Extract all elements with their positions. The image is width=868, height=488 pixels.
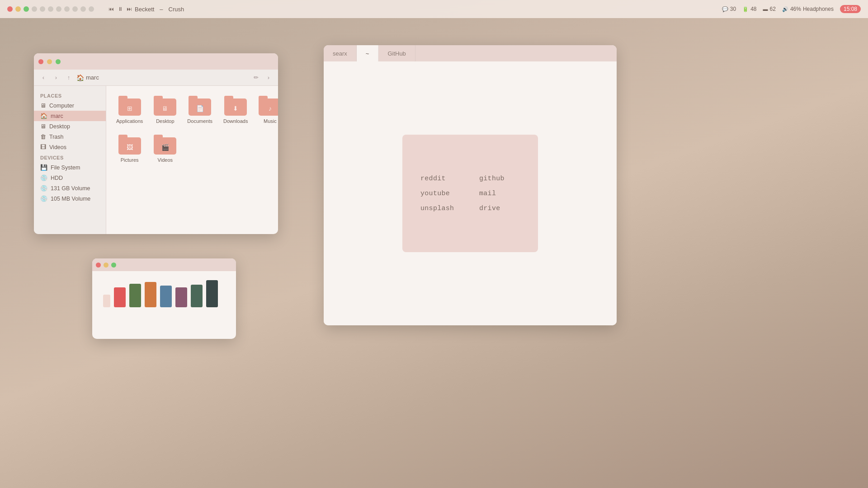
tab-searx[interactable]: searx: [324, 45, 357, 61]
volume-value: 46%: [790, 6, 801, 12]
close-button[interactable]: [38, 59, 43, 64]
downloads-label: Downloads: [223, 118, 248, 124]
sidebar-item-trash[interactable]: 🗑 Trash: [34, 131, 106, 142]
palette-close[interactable]: [96, 263, 101, 267]
messages-count: 30: [730, 6, 736, 12]
link-reddit[interactable]: reddit: [420, 175, 461, 183]
palette-window: [92, 258, 236, 339]
swatch-2: [129, 284, 141, 307]
dot-10: [80, 6, 86, 12]
file-item-videos[interactable]: 🎬 Videos: [151, 132, 179, 165]
music-label: Music: [264, 118, 277, 124]
music-controls: ⏮ ⏸ ⏭: [108, 6, 132, 12]
sidebar-item-hdd[interactable]: 💿 HDD: [34, 173, 106, 183]
sidebar-131gb-label: 131 GB Volume: [51, 185, 90, 192]
desktop-folder-icon: 🖥: [154, 96, 176, 116]
edit-button[interactable]: ✏: [251, 73, 261, 83]
dot-3: [24, 6, 29, 12]
file-item-applications[interactable]: ⊞ Applications: [113, 93, 146, 127]
sidebar-filesystem-label: File System: [51, 164, 80, 171]
topbar-right: 💬 30 🔋 48 ▬ 62 🔊 46% Headphones 15:08: [722, 5, 861, 13]
places-label: Places: [34, 90, 106, 100]
sidebar-item-videos[interactable]: 🎞 Videos: [34, 142, 106, 152]
sidebar-105mb-label: 105 MB Volume: [51, 196, 90, 202]
sidebar-computer-label: Computer: [49, 103, 74, 109]
link-github[interactable]: github: [479, 175, 520, 183]
bar-value: 62: [770, 6, 776, 12]
next-button[interactable]: ⏭: [127, 6, 132, 12]
swatch-6: [191, 285, 203, 307]
forward-button[interactable]: ›: [51, 73, 61, 83]
file-nav-bar: ‹ › ↑ 🏠 marc ✏ ›: [34, 70, 278, 86]
bar-status: ▬ 62: [763, 6, 776, 12]
palette-titlebar: [92, 258, 236, 271]
browser-content: reddit github youtube mail unsplash driv…: [324, 61, 617, 325]
links-card: reddit github youtube mail unsplash driv…: [402, 135, 538, 252]
swatch-1: [114, 287, 126, 307]
file-manager-titlebar: [34, 53, 278, 70]
dot-9: [72, 6, 78, 12]
videos-folder-icon: 🎬: [154, 135, 176, 155]
music-folder-icon: ♪: [259, 96, 278, 116]
music-separator: –: [160, 6, 163, 13]
volume1-icon: 💿: [40, 185, 47, 192]
pause-button[interactable]: ⏸: [118, 6, 123, 12]
sidebar-item-105mb[interactable]: 💿 105 MB Volume: [34, 193, 106, 204]
sidebar-item-131gb[interactable]: 💿 131 GB Volume: [34, 183, 106, 193]
sidebar-marc-label: marc: [51, 113, 63, 119]
swatch-7: [206, 280, 218, 307]
devices-label: Devices: [34, 152, 106, 162]
file-item-downloads[interactable]: ⬇ Downloads: [221, 93, 250, 127]
sidebar-hdd-label: HDD: [51, 175, 63, 181]
tab-home[interactable]: ~: [357, 45, 379, 61]
prev-button[interactable]: ⏮: [108, 6, 114, 12]
maximize-button[interactable]: [56, 59, 61, 64]
file-manager-body: Places 🖥 Computer 🏠 marc 🖥 Desktop 🗑 Tra…: [34, 86, 278, 234]
file-item-music[interactable]: ♪ Music: [256, 93, 278, 127]
hdd-icon: 💿: [40, 174, 47, 181]
links-grid: reddit github youtube mail unsplash driv…: [420, 175, 520, 212]
pictures-folder-icon: 🖼: [118, 135, 141, 155]
swatch-4: [160, 286, 172, 307]
battery-status: 🔋 48: [742, 6, 756, 12]
link-unsplash[interactable]: unsplash: [420, 205, 461, 212]
videos-sidebar-icon: 🎞: [40, 144, 46, 150]
palette-maximize[interactable]: [111, 263, 116, 267]
up-button[interactable]: ↑: [64, 73, 74, 83]
file-item-documents[interactable]: 📄 Documents: [184, 93, 215, 127]
desktop-icon: 🖥: [40, 123, 46, 130]
link-youtube[interactable]: youtube: [420, 190, 461, 197]
palette-minimize[interactable]: [104, 263, 108, 267]
music-title: Crush: [169, 6, 184, 13]
documents-folder-icon: 📄: [189, 96, 211, 116]
battery-value: 48: [750, 6, 756, 12]
dot-2: [15, 6, 21, 12]
dot-6: [48, 6, 53, 12]
minimize-button[interactable]: [47, 59, 52, 64]
file-grid-area: ⊞ Applications 🖥 Desktop: [106, 86, 278, 234]
sidebar-item-marc[interactable]: 🏠 marc: [34, 111, 106, 121]
options-button[interactable]: ›: [264, 73, 274, 83]
file-item-desktop[interactable]: 🖥 Desktop: [151, 93, 179, 127]
desktop-label: Desktop: [156, 118, 174, 124]
messages-icon: 💬: [722, 6, 728, 12]
sidebar-item-desktop[interactable]: 🖥 Desktop: [34, 121, 106, 131]
sidebar-desktop-label: Desktop: [49, 123, 70, 130]
link-drive[interactable]: drive: [479, 205, 520, 212]
file-item-pictures[interactable]: 🖼 Pictures: [113, 132, 146, 165]
sidebar-item-filesystem[interactable]: 💾 File System: [34, 162, 106, 173]
nav-path-label: marc: [86, 74, 99, 81]
home-icon: 🏠: [76, 74, 84, 81]
applications-folder-icon: ⊞: [118, 96, 141, 116]
dot-4: [32, 6, 37, 12]
dot-8: [64, 6, 70, 12]
link-mail[interactable]: mail: [479, 190, 520, 197]
pictures-label: Pictures: [121, 157, 139, 163]
sidebar-item-computer[interactable]: 🖥 Computer: [34, 100, 106, 111]
trash-icon: 🗑: [40, 133, 46, 140]
now-playing: Beckett – Crush: [135, 6, 184, 13]
topbar: ⏮ ⏸ ⏭ Beckett – Crush 💬 30 🔋 48 ▬ 62 🔊 4…: [0, 0, 868, 18]
tab-github[interactable]: GitHub: [378, 45, 415, 61]
palette-body: [92, 271, 236, 316]
back-button[interactable]: ‹: [38, 73, 48, 83]
